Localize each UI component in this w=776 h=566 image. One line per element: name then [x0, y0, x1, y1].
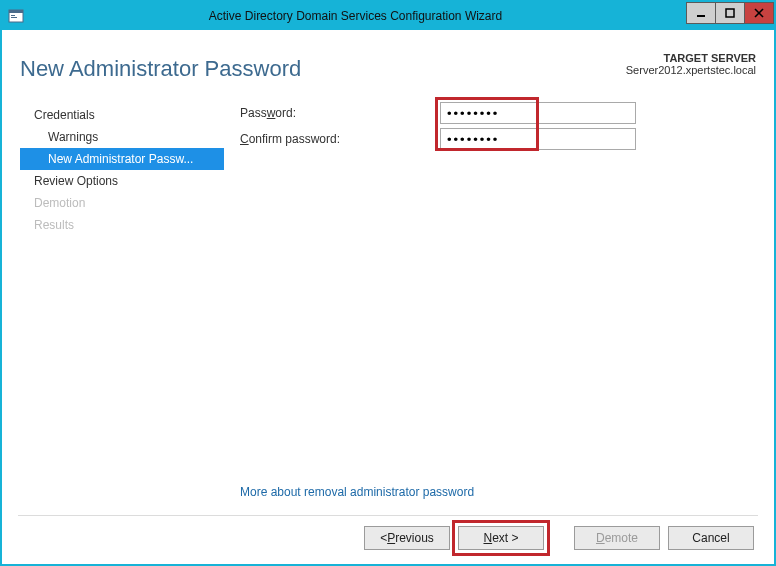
main-row: Credentials Warnings New Administrator P…: [20, 102, 756, 515]
demote-button: Demote: [574, 526, 660, 550]
sidebar-item-results: Results: [20, 214, 224, 236]
content-area: New Administrator Password TARGET SERVER…: [2, 30, 774, 564]
app-icon: [8, 8, 24, 24]
password-label: Password:: [240, 106, 440, 120]
more-info-link[interactable]: More about removal administrator passwor…: [240, 481, 756, 515]
target-server-name: Server2012.xpertstec.local: [626, 64, 756, 76]
divider: [18, 515, 758, 516]
confirm-password-label: Confirm password:: [240, 132, 440, 146]
page-title: New Administrator Password: [20, 50, 301, 82]
target-server-label: TARGET SERVER: [626, 52, 756, 64]
svg-rect-3: [11, 17, 17, 18]
sidebar-item-review-options[interactable]: Review Options: [20, 170, 224, 192]
svg-rect-5: [726, 9, 734, 17]
window-title: Active Directory Domain Services Configu…: [24, 9, 687, 23]
button-row: < Previous Next > Demote Cancel: [20, 526, 756, 554]
svg-rect-1: [9, 10, 23, 13]
target-server-block: TARGET SERVER Server2012.xpertstec.local: [626, 50, 756, 76]
svg-rect-4: [697, 15, 705, 17]
confirm-password-input[interactable]: [440, 128, 636, 150]
header-row: New Administrator Password TARGET SERVER…: [20, 50, 756, 82]
close-button[interactable]: [744, 2, 774, 24]
sidebar-item-credentials[interactable]: Credentials: [20, 104, 224, 126]
minimize-button[interactable]: [686, 2, 716, 24]
sidebar-item-new-admin-password[interactable]: New Administrator Passw...: [20, 148, 224, 170]
titlebar: Active Directory Domain Services Configu…: [2, 2, 774, 30]
next-button[interactable]: Next >: [458, 526, 544, 550]
password-input[interactable]: [440, 102, 636, 124]
svg-rect-2: [11, 15, 15, 16]
cancel-button[interactable]: Cancel: [668, 526, 754, 550]
previous-button[interactable]: < Previous: [364, 526, 450, 550]
sidebar-item-warnings[interactable]: Warnings: [20, 126, 224, 148]
window-controls: [687, 2, 774, 26]
sidebar-item-demotion: Demotion: [20, 192, 224, 214]
form-area: Password: Confirm password: More about r…: [224, 102, 756, 515]
wizard-window: Active Directory Domain Services Configu…: [0, 0, 776, 566]
sidebar: Credentials Warnings New Administrator P…: [20, 102, 224, 515]
maximize-button[interactable]: [715, 2, 745, 24]
